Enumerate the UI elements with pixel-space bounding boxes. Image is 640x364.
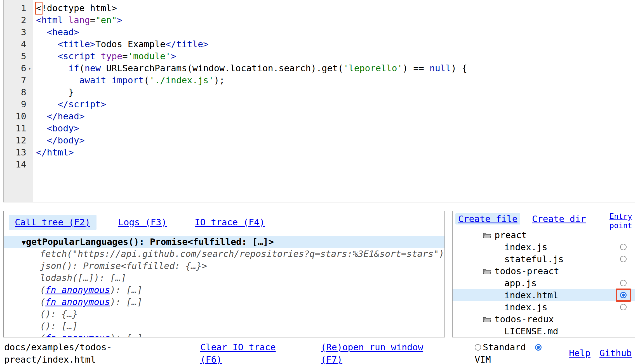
current-file-path: docs/examples/todos-preact/index.html — [4, 341, 112, 364]
calltree-row[interactable]: (): […] — [4, 320, 444, 332]
line-number: 2 — [4, 14, 26, 26]
line-number: 12 — [4, 134, 26, 146]
code-line[interactable]: <body> — [36, 122, 635, 134]
file-name: index.html — [504, 290, 558, 301]
line-number: 9 — [4, 98, 26, 110]
calltree-row[interactable]: fetch("https://api.github.com/search/rep… — [4, 248, 444, 260]
line-number: 7 — [4, 74, 26, 86]
github-link[interactable]: Github — [599, 347, 632, 359]
entry-point-selected-box — [616, 289, 631, 302]
calltree-row[interactable]: (fn anonymous): […] — [4, 332, 444, 337]
code-line[interactable]: </head> — [36, 110, 635, 122]
entry-point-radio[interactable] — [620, 292, 627, 298]
file-tree-file[interactable]: stateful.js — [453, 253, 635, 265]
file-tree: preactindex.jsstateful.jstodos-preactapp… — [453, 229, 635, 337]
expanded-arrow-icon[interactable]: ▼ — [22, 238, 26, 247]
code-line[interactable]: <title>Todos Example</title> — [36, 38, 635, 50]
line-number: 14 — [4, 159, 26, 171]
line-number: 1 — [4, 2, 26, 14]
code-line[interactable]: if(new URLSearchParams(window.location.s… — [36, 62, 635, 74]
code-line[interactable]: } — [36, 86, 635, 98]
editor-code[interactable]: <!doctype html><html lang="en"> <head> <… — [33, 0, 635, 202]
calltree-row[interactable]: json(): Promise<fulfilled: {…}> — [4, 260, 444, 272]
code-line[interactable]: </html> — [36, 146, 635, 159]
error-highlight: < — [36, 3, 41, 13]
calltree-row[interactable]: lodash([…]): […] — [4, 272, 444, 284]
code-line[interactable] — [36, 159, 635, 171]
line-number: 11 — [4, 122, 26, 134]
file-tree-file[interactable]: index.js — [453, 301, 635, 313]
calltree-row[interactable]: (fn anonymous): […] — [4, 284, 444, 296]
code-line[interactable]: <!doctype html> — [36, 2, 635, 14]
file-tree-file[interactable]: index.js — [453, 241, 635, 253]
keyboard-standard-label: Standard — [483, 342, 526, 353]
entry-point-radio[interactable] — [620, 304, 627, 310]
folder-icon — [483, 232, 491, 238]
file-tree-file[interactable]: index.html — [453, 289, 635, 301]
file-tree-file[interactable]: LICENSE.md — [453, 325, 635, 337]
calltree-panel: Call tree (F2)Logs (F3)IO trace (F4) ▼ge… — [3, 211, 445, 337]
fold-marker-icon[interactable]: ▾ — [26, 62, 33, 74]
tab-call-tree-f2[interactable]: Call tree (F2) — [9, 215, 97, 230]
code-line[interactable]: </body> — [36, 134, 635, 146]
fn-anonymous-link[interactable]: fn anonymous — [45, 297, 110, 307]
entry-radio-wrap — [620, 244, 627, 250]
status-bar: docs/examples/todos-preact/index.html Cl… — [0, 339, 640, 364]
file-tree-dir[interactable]: preact — [453, 229, 635, 241]
files-panel: Create file Create dir Entrypoint preact… — [452, 211, 635, 337]
file-name: index.js — [504, 242, 547, 252]
line-number: 6 — [4, 62, 26, 74]
entry-radio-wrap — [620, 256, 627, 262]
calltree-rows: ▼getPopularLanguages(): Promise<fulfille… — [4, 236, 444, 337]
calltree-tabs: Call tree (F2)Logs (F3)IO trace (F4) — [4, 211, 444, 230]
entry-point-radio[interactable] — [620, 280, 627, 286]
code-line[interactable]: <script type='module'> — [36, 50, 635, 62]
file-name: todos-preact — [495, 266, 559, 276]
folder-icon — [483, 268, 491, 275]
calltree-row[interactable]: (): {…} — [4, 308, 444, 320]
reopen-run-window-button[interactable]: (Re)open run window(F7) — [321, 341, 423, 364]
line-number: 10 — [4, 110, 26, 122]
entry-radio-wrap — [620, 304, 627, 310]
tab-logs-f3[interactable]: Logs (F3) — [112, 215, 173, 230]
line-number: 8 — [4, 86, 26, 98]
entry-radio-wrap — [620, 280, 627, 286]
keyboard-vim-label: VIM — [475, 354, 491, 364]
files-header: Create file Create dir Entrypoint — [453, 211, 635, 229]
keyboard-vim-radio[interactable] — [535, 344, 542, 351]
file-name: app.js — [504, 278, 537, 289]
calltree-row[interactable]: (fn anonymous): […] — [4, 296, 444, 308]
fn-anonymous-link[interactable]: fn anonymous — [45, 333, 110, 337]
entry-point-radio[interactable] — [620, 244, 627, 250]
file-name: index.js — [504, 302, 547, 313]
keyboard-mode-selector: StandardVIM — [475, 341, 543, 364]
keyboard-standard-radio[interactable] — [475, 344, 481, 351]
entry-point-radio[interactable] — [620, 256, 627, 262]
code-line[interactable]: await import('./index.js'); — [36, 74, 635, 86]
folder-icon — [483, 316, 491, 323]
line-number: 4 — [4, 38, 26, 50]
file-tree-dir[interactable]: todos-redux — [453, 313, 635, 325]
file-name: preact — [495, 230, 527, 240]
file-tree-dir[interactable]: todos-preact — [453, 265, 635, 277]
file-tree-file[interactable]: app.js — [453, 277, 635, 289]
code-line[interactable]: <html lang="en"> — [36, 14, 635, 26]
file-name: stateful.js — [504, 254, 564, 264]
code-editor[interactable]: 123456▾7891011121314 <!doctype html><htm… — [3, 0, 635, 202]
file-name: LICENSE.md — [504, 326, 558, 337]
line-number: 3 — [4, 26, 26, 38]
code-line[interactable]: <head> — [36, 26, 635, 38]
line-number: 5 — [4, 50, 26, 62]
create-dir-button[interactable]: Create dir — [532, 213, 586, 224]
help-link[interactable]: Help — [569, 347, 590, 359]
fn-anonymous-link[interactable]: fn anonymous — [45, 285, 110, 295]
line-number: 13 — [4, 146, 26, 159]
create-file-button[interactable]: Create file — [455, 213, 520, 224]
entry-point-column-header: Entrypoint — [610, 212, 632, 230]
calltree-row[interactable]: ▼getPopularLanguages(): Promise<fulfille… — [4, 236, 444, 248]
tab-io-trace-f4[interactable]: IO trace (F4) — [189, 215, 271, 230]
file-name: todos-redux — [495, 314, 554, 325]
clear-io-trace-button[interactable]: Clear IO trace(F6) — [200, 341, 276, 364]
code-line[interactable]: </script> — [36, 98, 635, 110]
editor-gutter: 123456▾7891011121314 — [4, 0, 33, 202]
